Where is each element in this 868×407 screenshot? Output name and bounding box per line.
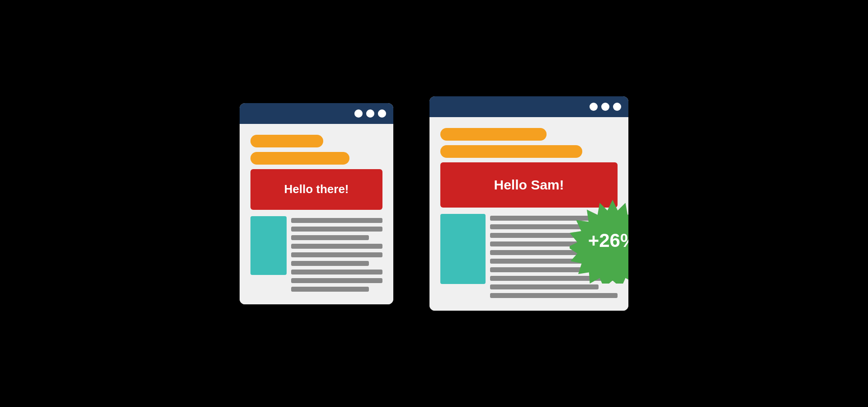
right-dot-3	[613, 103, 621, 111]
left-line-9	[291, 287, 369, 292]
left-line-3	[291, 235, 369, 240]
left-dot-3	[378, 109, 386, 118]
starburst-text: +26%	[588, 230, 628, 251]
right-window-dots	[590, 103, 621, 111]
right-orange-bar-2	[440, 145, 582, 158]
left-browser-window: Hello there!	[240, 103, 393, 304]
right-dot-2	[601, 103, 609, 111]
starburst-badge: +26%	[570, 198, 628, 284]
left-line-1	[291, 218, 382, 223]
left-cta-banner: Hello there!	[250, 169, 382, 210]
left-cta-text: Hello there!	[284, 182, 349, 196]
left-line-8	[291, 278, 382, 283]
left-dot-2	[366, 109, 374, 118]
left-teal-block	[250, 216, 287, 275]
left-window-dots	[354, 109, 386, 118]
right-orange-bar-1	[440, 128, 547, 141]
left-dot-1	[354, 109, 363, 118]
left-lines-area	[291, 216, 382, 292]
left-titlebar	[240, 103, 393, 124]
left-line-4	[291, 244, 382, 249]
left-content: Hello there!	[240, 124, 393, 304]
left-orange-bar-1	[250, 135, 323, 147]
right-line-10	[490, 293, 618, 298]
right-line-9	[490, 284, 599, 289]
left-line-2	[291, 227, 382, 232]
left-line-6	[291, 261, 369, 266]
left-line-5	[291, 252, 382, 257]
right-browser-window: Hello Sam!	[429, 96, 628, 311]
right-cta-text: Hello Sam!	[494, 177, 564, 193]
left-bottom-area	[250, 216, 382, 292]
left-orange-bar-2	[250, 152, 349, 165]
left-line-7	[291, 270, 382, 274]
right-titlebar	[429, 96, 628, 117]
right-teal-block	[440, 214, 486, 284]
right-dot-1	[590, 103, 598, 111]
scene: Hello there!	[240, 96, 628, 311]
